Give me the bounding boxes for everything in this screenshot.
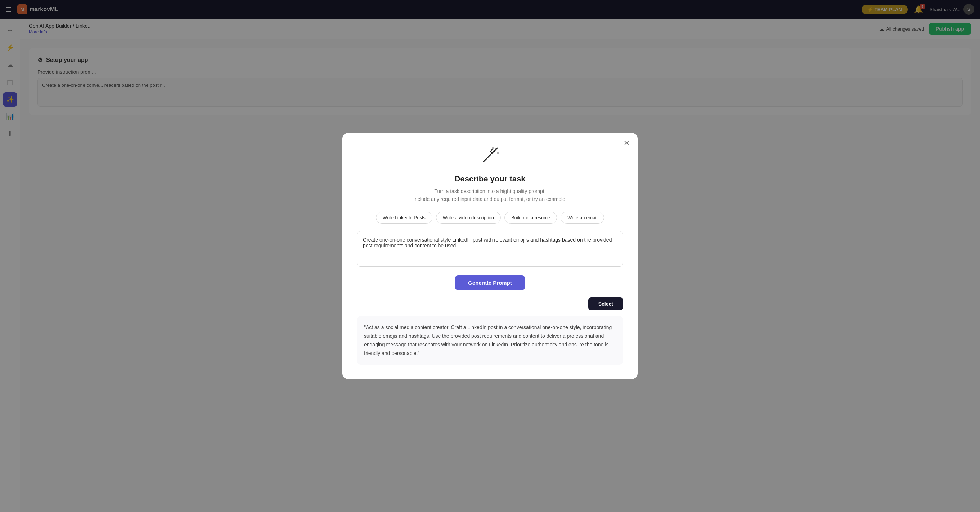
generate-btn-row: Generate Prompt (357, 275, 623, 290)
chip-email[interactable]: Write an email (560, 212, 604, 224)
chip-video[interactable]: Write a video description (436, 212, 501, 224)
subtitle-line2: Include any required input data and outp… (413, 196, 567, 202)
svg-point-2 (497, 152, 499, 154)
prompt-chips: Write LinkedIn Posts Write a video descr… (357, 212, 623, 224)
modal-title: Describe your task (357, 174, 623, 184)
magic-wand-icon (480, 146, 500, 169)
modal-subtitle: Turn a task description into a hight qua… (357, 187, 623, 204)
svg-point-3 (492, 147, 493, 149)
subtitle-line1: Turn a task description into a hight qua… (434, 188, 546, 194)
select-row: Select (357, 297, 623, 310)
svg-point-0 (496, 148, 498, 149)
generated-text: "Act as a social media content creator. … (364, 324, 612, 356)
modal-overlay[interactable]: ✕ Describe your task Turn a tas (0, 0, 980, 512)
prompt-textarea[interactable] (357, 231, 623, 267)
chip-linkedin[interactable]: Write LinkedIn Posts (376, 212, 433, 224)
chip-resume[interactable]: Build me a resume (504, 212, 557, 224)
generate-prompt-button[interactable]: Generate Prompt (455, 275, 525, 290)
modal-icon-area (357, 146, 623, 169)
generated-result: "Act as a social media content creator. … (357, 316, 623, 365)
modal-close-button[interactable]: ✕ (624, 139, 630, 146)
generate-prompt-modal: ✕ Describe your task Turn a tas (342, 133, 638, 380)
svg-point-1 (493, 150, 495, 151)
select-button[interactable]: Select (588, 297, 623, 310)
